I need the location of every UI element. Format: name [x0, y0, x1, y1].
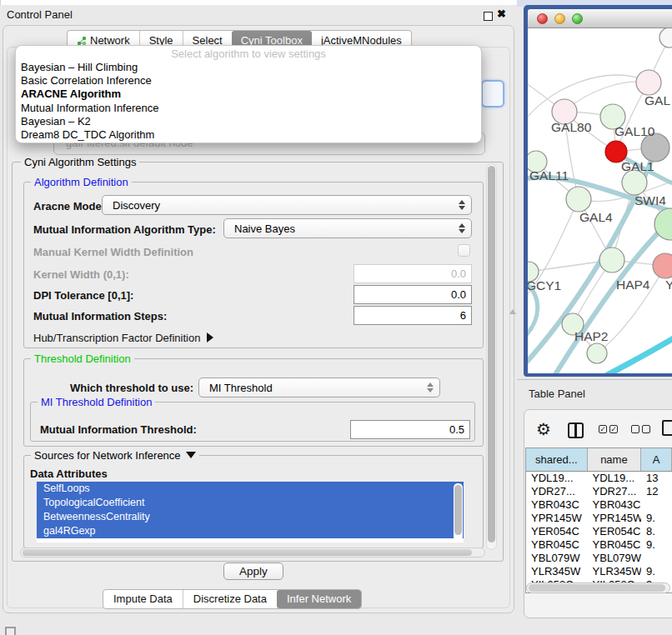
- node-label: GAL10: [614, 124, 655, 138]
- dropdown-item[interactable]: Basic Correlation Inference: [16, 74, 481, 88]
- table-cell: 9.: [641, 538, 672, 552]
- table-cell: YBR043C: [526, 498, 588, 512]
- tab-infer-network[interactable]: Infer Network: [277, 590, 361, 608]
- hide-columns-icon[interactable]: [631, 425, 650, 433]
- network-node-gal4[interactable]: [566, 187, 591, 212]
- settings-vertical-scrollbar[interactable]: [486, 163, 497, 550]
- network-node-y[interactable]: [653, 253, 672, 278]
- dropdown-item[interactable]: Bayesian – K2: [16, 115, 481, 128]
- table-cell: 9.: [641, 565, 672, 578]
- restore-icon[interactable]: [484, 12, 493, 21]
- tab-discretize-data[interactable]: Discretize Data: [183, 590, 277, 608]
- mi-steps-label: Mutual Information Steps:: [33, 310, 167, 322]
- table-cell: 8.: [641, 525, 672, 538]
- sources-title: Sources for Network Inference: [34, 449, 181, 462]
- attribute-item[interactable]: BetweennessCentrality: [37, 510, 464, 524]
- table-row[interactable]: YBR043CYBR043C: [526, 498, 672, 512]
- settings-horizontal-scrollbar[interactable]: [20, 548, 485, 558]
- gear-icon[interactable]: ⚙: [536, 420, 551, 438]
- zoom-traffic-light-icon[interactable]: [572, 13, 583, 24]
- table-row[interactable]: YER054CYER054C8.: [526, 525, 672, 538]
- mi-steps-input[interactable]: 6: [354, 306, 472, 325]
- top-strip: [0, 0, 518, 5]
- column-header[interactable]: A: [641, 448, 672, 471]
- network-view-window: GALGAL80GAL10GAL1GAL11GAL4SWI4HAP4YGCY1H…: [524, 5, 672, 377]
- columns-icon[interactable]: [568, 422, 584, 438]
- network-node[interactable]: [587, 343, 607, 363]
- close-icon[interactable]: ✖: [497, 8, 506, 20]
- mi-threshold-input[interactable]: 0.5: [350, 420, 470, 439]
- mi-type-select[interactable]: Naive Bayes: [223, 218, 472, 238]
- table-panel-title: Table Panel: [529, 388, 585, 400]
- column-header[interactable]: name: [588, 448, 641, 471]
- stepper-icon: [427, 382, 434, 392]
- float-panel-icon[interactable]: [5, 627, 16, 635]
- algorithm-combo-fragment[interactable]: [481, 80, 504, 108]
- table-cell: YPR145W: [588, 512, 641, 525]
- table-row[interactable]: YLR345WYLR345W9.: [526, 565, 672, 578]
- show-columns-icon[interactable]: ✓ ✓: [599, 425, 618, 433]
- attribute-item[interactable]: SelfLoops: [37, 482, 464, 496]
- table-cell: YDR27...: [588, 485, 641, 498]
- sources-toggle[interactable]: Sources for Network Inference: [31, 449, 199, 462]
- table-row[interactable]: YPR145WYPR145W9.: [526, 512, 672, 525]
- scrollbar-thumb[interactable]: [529, 584, 665, 592]
- kernel-width-label: Kernel Width (0,1):: [33, 268, 129, 281]
- apply-button[interactable]: Apply: [223, 562, 283, 580]
- network-canvas[interactable]: GALGAL80GAL10GAL1GAL11GAL4SWI4HAP4YGCY1H…: [528, 28, 672, 373]
- table-cell: YDL19...: [588, 472, 641, 485]
- table-row[interactable]: YBR045CYBR045C9.: [526, 538, 672, 552]
- algorithm-definition-title: Algorithm Definition: [31, 176, 132, 188]
- which-threshold-select[interactable]: MI Threshold: [198, 378, 440, 398]
- data-attributes-list[interactable]: SelfLoopsTopologicalCoefficientBetweenne…: [37, 482, 464, 542]
- table-row[interactable]: YDR27...YDR27...12: [526, 485, 672, 498]
- attributes-scrollbar[interactable]: [454, 483, 463, 541]
- scrollbar-thumb[interactable]: [454, 485, 462, 535]
- dropdown-item[interactable]: ARACNE Algorithm: [16, 88, 481, 101]
- table-row[interactable]: YDL19...YDL19...13: [526, 472, 672, 485]
- kernel-width-input[interactable]: 0.0: [354, 264, 472, 283]
- network-node-gal[interactable]: [636, 70, 661, 95]
- network-node-hap4[interactable]: [599, 248, 624, 272]
- which-threshold-value: MI Threshold: [209, 382, 273, 394]
- node-label: SWI4: [634, 193, 666, 208]
- node-label: GCY1: [528, 278, 561, 292]
- splitter-arrow-icon[interactable]: [509, 309, 516, 314]
- column-header[interactable]: shared...: [526, 448, 588, 471]
- table-row[interactable]: YBL079WYBL079W: [526, 552, 672, 565]
- bottom-tabs: Impute DataDiscretize DataInfer Network: [103, 589, 362, 609]
- dropdown-item[interactable]: Bayesian – Hill Climbing: [16, 61, 481, 74]
- tab-impute-data[interactable]: Impute Data: [103, 590, 183, 608]
- hub-definition-toggle[interactable]: Hub/Transcription Factor Definition: [33, 332, 213, 344]
- mi-type-label: Mutual Information Algorithm Type:: [33, 223, 216, 236]
- dropdown-item[interactable]: Mutual Information Inference: [16, 102, 481, 115]
- aracne-mode-select[interactable]: Discovery: [102, 195, 472, 215]
- dpi-tolerance-input[interactable]: 0.0: [354, 285, 472, 304]
- network-window-titlebar[interactable]: [528, 9, 672, 28]
- table-cell: 13: [641, 472, 672, 485]
- close-traffic-light-icon[interactable]: [537, 13, 548, 24]
- network-node-swi4[interactable]: [622, 170, 647, 195]
- attribute-item[interactable]: TopologicalCoefficient: [37, 496, 464, 510]
- mi-threshold-label: Mutual Information Threshold:: [40, 423, 197, 436]
- panel-title: Control Panel: [7, 8, 73, 21]
- table-cell: 9.: [641, 512, 672, 525]
- table-horizontal-scrollbar[interactable]: [526, 582, 670, 593]
- stepper-icon: [459, 223, 465, 233]
- which-threshold-label: Which threshold to use:: [70, 382, 193, 394]
- node-table[interactable]: shared...nameAYDL19...YDL19...13YDR27...…: [525, 448, 672, 593]
- mi-type-value: Naive Bayes: [234, 222, 295, 235]
- network-node[interactable]: [659, 28, 672, 48]
- attribute-item[interactable]: gal4RGexp: [37, 524, 464, 538]
- table-cell: YDR27...: [526, 485, 588, 498]
- manual-kernel-checkbox[interactable]: [458, 244, 470, 257]
- minimize-traffic-light-icon[interactable]: [554, 13, 565, 24]
- stepper-icon: [459, 200, 465, 210]
- table-cell: YBL079W: [588, 552, 641, 565]
- checked-box-icon: ✓: [599, 425, 607, 433]
- scrollbar-thumb[interactable]: [488, 166, 495, 542]
- dropdown-item[interactable]: Dream8 DC_TDC Algorithm: [16, 128, 481, 142]
- scrollbar-thumb[interactable]: [23, 549, 472, 556]
- network-icon: [77, 36, 87, 46]
- export-table-icon[interactable]: [662, 420, 672, 436]
